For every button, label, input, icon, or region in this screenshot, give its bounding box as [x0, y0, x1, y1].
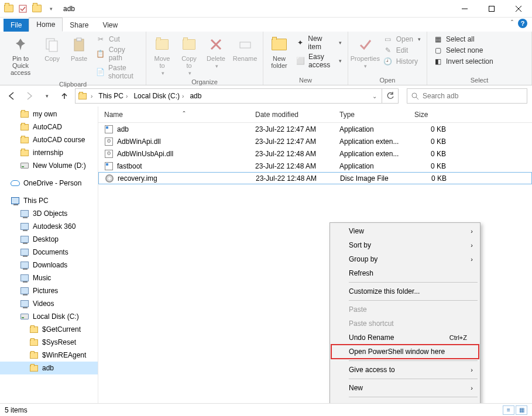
properties-icon	[356, 35, 375, 54]
sidebar-item[interactable]: Autodesk 360	[0, 220, 98, 233]
drive-icon	[20, 161, 29, 170]
view-details-button[interactable]: ≡	[503, 405, 514, 415]
breadcrumb-thispc[interactable]: This PC›	[96, 92, 130, 100]
select-none-button[interactable]: ▢Select none	[431, 45, 496, 56]
paste-shortcut-button[interactable]: 📄Paste shortcut	[94, 63, 142, 81]
help-icon[interactable]: ?	[518, 19, 527, 28]
column-type[interactable]: Type	[334, 106, 409, 122]
sidebar-item[interactable]: $WinREAgent	[0, 349, 98, 362]
sidebar-item[interactable]: adb	[0, 362, 98, 374]
sidebar-item[interactable]: Downloads	[0, 259, 98, 271]
new-folder-button[interactable]: New folder	[267, 33, 291, 71]
sidebar-item[interactable]: AutoCAD	[0, 121, 98, 133]
system-folder-icon	[20, 247, 29, 257]
maximize-button[interactable]	[478, 0, 505, 18]
delete-button[interactable]: Delete▾	[204, 33, 228, 71]
ctx-group-by[interactable]: Group by›	[331, 252, 479, 266]
sidebar-item[interactable]: $GetCurrent	[0, 323, 98, 336]
sidebar-item[interactable]: Documents	[0, 246, 98, 259]
minimize-button[interactable]	[451, 0, 478, 18]
easy-access-icon: ⬜	[296, 56, 305, 66]
view-large-icons-button[interactable]: ▦	[516, 405, 527, 415]
ribbon-collapse-icon[interactable]: ˆ	[511, 19, 513, 27]
recent-locations-button[interactable]: ▾	[40, 89, 54, 103]
copy-path-button[interactable]: 📋Copy path	[94, 45, 142, 63]
ctx-refresh[interactable]: Refresh	[331, 266, 479, 280]
tab-share[interactable]: Share	[63, 19, 95, 32]
open-icon: ▭	[383, 35, 393, 44]
sidebar-item[interactable]: $SysReset	[0, 336, 98, 349]
up-button[interactable]	[57, 89, 71, 103]
ctx-open-powershell[interactable]: Open PowerShell window here	[331, 345, 479, 359]
dll-icon	[104, 149, 114, 159]
invert-selection-button[interactable]: ◧Invert selection	[431, 56, 496, 67]
move-to-button[interactable]: Move to▾	[150, 33, 174, 78]
folder-icon	[20, 148, 29, 157]
ctx-sort-by[interactable]: Sort by›	[331, 238, 479, 252]
open-button[interactable]: ▭Open▾	[381, 34, 423, 44]
column-name[interactable]: Nameˆ	[98, 106, 249, 122]
tab-home[interactable]: Home	[29, 18, 63, 32]
edit-button[interactable]: ✎Edit	[381, 45, 423, 56]
sidebar-item[interactable]: New Volume (D:)	[0, 159, 98, 172]
sidebar-item-onedrive[interactable]: OneDrive - Person	[0, 177, 98, 190]
tab-file[interactable]: File	[4, 19, 29, 32]
group-label-clipboard: Clipboard	[4, 81, 142, 89]
qat-dropdown-icon[interactable]: ▾	[46, 4, 56, 14]
search-input[interactable]: Search adb	[407, 88, 527, 104]
sidebar-item[interactable]: 3D Objects	[0, 207, 98, 220]
ctx-new[interactable]: New›	[331, 381, 479, 395]
history-icon: 🕘	[383, 57, 393, 66]
folder-icon	[78, 91, 87, 101]
sidebar-item[interactable]: my own	[0, 108, 98, 121]
forward-button[interactable]	[22, 89, 36, 103]
back-button[interactable]	[5, 89, 19, 103]
pc-icon	[11, 196, 20, 205]
sidebar-item-thispc[interactable]: This PC	[0, 194, 98, 207]
delete-icon	[207, 35, 225, 54]
ctx-undo-rename[interactable]: Undo RenameCtrl+Z	[331, 331, 479, 345]
sidebar-item[interactable]: Desktop	[0, 233, 98, 246]
column-date[interactable]: Date modified	[249, 106, 334, 122]
folder-icon	[29, 350, 39, 360]
file-row[interactable]: recovery.img23-Jul-22 12:48 AMDisc Image…	[98, 172, 532, 184]
file-row[interactable]: fastboot23-Jul-22 12:48 AMApplication0 K…	[98, 160, 532, 172]
refresh-button[interactable]	[382, 88, 399, 104]
rename-button[interactable]: Rename	[231, 33, 259, 64]
address-dropdown-icon[interactable]: ⌄	[372, 93, 379, 99]
ctx-paste-shortcut[interactable]: Paste shortcut	[331, 317, 479, 331]
column-size[interactable]: Size	[409, 106, 452, 122]
sidebar-item[interactable]: Music	[0, 271, 98, 284]
drive-icon	[20, 312, 29, 321]
sidebar-item[interactable]: internship	[0, 146, 98, 159]
sidebar-item[interactable]: Videos	[0, 297, 98, 310]
properties-button[interactable]: Properties▾	[352, 33, 379, 71]
pin-to-quick-access-button[interactable]: Pin to Quick access	[4, 33, 37, 78]
tab-view[interactable]: View	[95, 19, 125, 32]
sidebar-item[interactable]: Pictures	[0, 284, 98, 297]
file-row[interactable]: AdbWinUsbApi.dll23-Jul-22 12:48 AMApplic…	[98, 147, 532, 160]
new-item-button[interactable]: ✦New item▾	[294, 34, 344, 51]
cut-button[interactable]: ✂Cut	[94, 34, 142, 44]
sidebar-item[interactable]: Local Disk (C:)	[0, 310, 98, 323]
easy-access-button[interactable]: ⬜Easy access▾	[294, 52, 344, 70]
address-bar[interactable]: › This PC› Local Disk (C:)› adb ⌄	[75, 88, 382, 104]
ctx-view[interactable]: View›	[331, 224, 479, 238]
qat-properties-icon[interactable]	[18, 4, 28, 14]
group-label-organize: Organize	[150, 78, 259, 87]
select-all-button[interactable]: ▦Select all	[431, 34, 496, 44]
ctx-paste[interactable]: Paste	[331, 302, 479, 317]
paste-button[interactable]: Paste	[67, 33, 91, 64]
copy-button[interactable]: Copy	[40, 33, 64, 64]
copy-to-button[interactable]: Copy to▾	[177, 33, 201, 78]
close-button[interactable]	[505, 0, 532, 18]
breadcrumb-folder[interactable]: adb	[187, 92, 204, 100]
file-row[interactable]: adb23-Jul-22 12:47 AMApplication0 KB	[98, 123, 532, 135]
history-button[interactable]: 🕘History	[381, 56, 423, 67]
sidebar-item[interactable]: AutoCAD course	[0, 133, 98, 146]
system-folder-icon	[20, 222, 29, 231]
ctx-give-access[interactable]: Give access to›	[331, 363, 479, 377]
file-row[interactable]: AdbWinApi.dll23-Jul-22 12:47 AMApplicati…	[98, 135, 532, 147]
ctx-customize[interactable]: Customize this folder...	[331, 284, 479, 298]
breadcrumb-drive[interactable]: Local Disk (C:)›	[131, 92, 186, 100]
